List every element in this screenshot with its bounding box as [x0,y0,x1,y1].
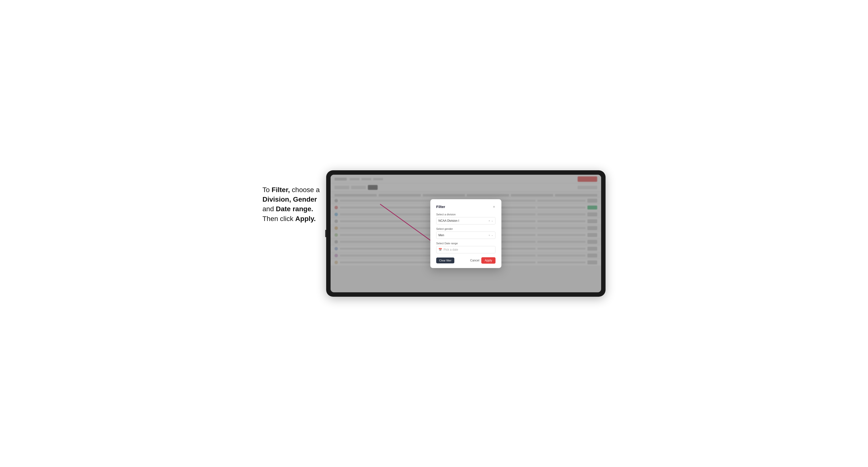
division-form-group: Select a division NCAA Division I × ⌄ [436,213,496,224]
gender-form-group: Select gender Men × ⌄ [436,227,496,239]
modal-close-button[interactable]: × [493,205,496,209]
instruction-bold-filter: Filter, [272,186,290,193]
chevron-gender-icon: ⌄ [491,234,493,237]
date-picker[interactable]: 📅 Pick a date [436,246,496,253]
clear-gender-icon[interactable]: × [489,234,490,237]
tablet-container: Filter × Select a division NCAA Division… [326,170,606,297]
modal-header: Filter × [436,205,496,209]
page-wrapper: To Filter, choose a Division, Gender and… [262,170,606,297]
tablet-frame: Filter × Select a division NCAA Division… [326,170,606,297]
clear-division-icon[interactable]: × [489,219,490,222]
modal-footer-right: Cancel Apply [470,257,496,263]
division-select[interactable]: NCAA Division I × ⌄ [436,217,496,224]
division-select-value: NCAA Division I [438,219,489,222]
clear-filter-button[interactable]: Clear filter [436,257,454,263]
tablet-side-button [325,230,326,237]
division-label: Select a division [436,213,496,216]
date-form-group: Select Date range 📅 Pick a date [436,242,496,253]
modal-overlay: Filter × Select a division NCAA Division… [331,175,601,292]
modal-footer: Clear filter Cancel Apply [436,257,496,263]
instruction-bold-apply: Apply. [295,215,316,222]
date-placeholder: Pick a date [443,248,458,251]
instruction-panel: To Filter, choose a Division, Gender and… [262,170,326,223]
gender-select-value: Men [438,234,489,237]
filter-modal: Filter × Select a division NCAA Division… [430,199,501,268]
instruction-bold-division-gender: Division, Gender [262,195,317,203]
apply-button[interactable]: Apply [481,257,496,263]
instruction-bold-date: Date range. [276,205,313,213]
tablet-screen: Filter × Select a division NCAA Division… [331,175,601,292]
chevron-division-icon: ⌄ [491,219,493,222]
gender-select-icons: × ⌄ [489,234,493,237]
division-select-icons: × ⌄ [489,219,493,222]
calendar-icon: 📅 [438,248,442,251]
gender-label: Select gender [436,227,496,230]
date-label: Select Date range [436,242,496,245]
cancel-button[interactable]: Cancel [470,259,479,262]
gender-select[interactable]: Men × ⌄ [436,231,496,239]
modal-title: Filter [436,205,445,209]
